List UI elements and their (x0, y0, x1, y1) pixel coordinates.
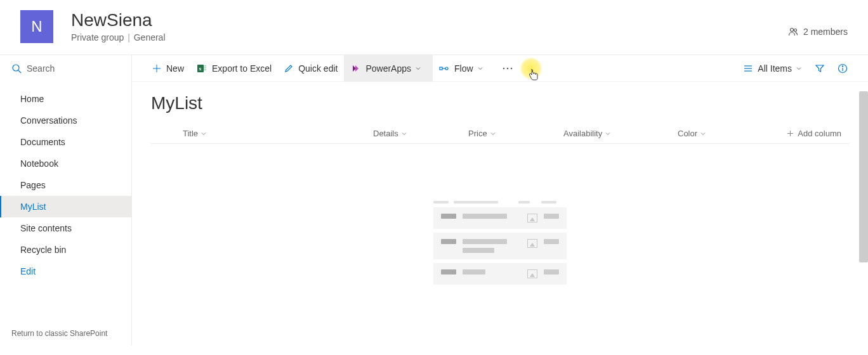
image-placeholder-icon (527, 214, 537, 223)
quick-edit-label: Quick edit (298, 63, 338, 74)
content-area: New x Export to Excel Quick edit Po (132, 55, 868, 345)
sidebar-item-site-contents[interactable]: Site contents (0, 217, 131, 239)
group-type-label: Private group (71, 32, 124, 42)
search-icon (11, 63, 22, 74)
svg-point-2 (13, 65, 19, 71)
classic-sharepoint-link[interactable]: Return to classic SharePoint (0, 321, 131, 345)
quick-edit-button[interactable]: Quick edit (278, 55, 344, 82)
flow-icon (439, 64, 449, 73)
chevron-down-icon (201, 131, 207, 137)
site-logo[interactable]: N (20, 10, 53, 43)
meta-separator: | (128, 32, 133, 42)
column-header-title[interactable]: Title (178, 129, 368, 138)
sidebar-item-documents[interactable]: Documents (0, 131, 131, 153)
column-label: Color (678, 129, 697, 138)
chevron-down-icon (415, 65, 421, 72)
chevron-down-icon (700, 131, 706, 137)
powerapps-button[interactable]: PowerApps (344, 55, 433, 82)
powerapps-icon (350, 64, 360, 73)
list-view-icon (744, 64, 753, 73)
sidebar-item-recycle-bin[interactable]: Recycle bin (0, 239, 131, 261)
empty-state (151, 201, 849, 288)
svg-rect-9 (204, 67, 206, 68)
site-header: N NewSiena Private group | General 2 mem… (0, 0, 868, 55)
sidebar-item-mylist[interactable]: MyList (0, 196, 131, 217)
ellipsis-icon (503, 67, 513, 70)
svg-point-16 (510, 67, 512, 69)
view-label: All Items (758, 63, 792, 74)
svg-point-13 (445, 67, 448, 70)
new-button[interactable]: New (146, 55, 190, 82)
site-title[interactable]: NewSiena (71, 10, 788, 30)
chevron-down-icon (605, 131, 611, 137)
more-actions-button[interactable] (495, 55, 525, 82)
info-button[interactable] (831, 55, 854, 82)
sidebar-item-edit[interactable]: Edit (0, 261, 131, 282)
category-label: General (134, 32, 166, 42)
chevron-down-icon (477, 65, 483, 72)
chevron-down-icon (796, 65, 802, 72)
add-column-button[interactable]: Add column (761, 129, 849, 138)
main-layout: Home Conversations Documents Notebook Pa… (0, 55, 868, 345)
info-icon (838, 63, 848, 74)
search-box[interactable] (0, 55, 131, 82)
svg-point-0 (790, 29, 793, 32)
column-header-color[interactable]: Color (673, 129, 761, 138)
sidebar-item-home[interactable]: Home (0, 88, 131, 110)
search-input[interactable] (27, 63, 120, 74)
sidebar-item-pages[interactable]: Pages (0, 174, 131, 196)
svg-rect-11 (440, 67, 442, 70)
column-header-details[interactable]: Details (368, 129, 463, 138)
pencil-icon (284, 64, 293, 73)
column-label: Price (468, 129, 487, 138)
filter-button[interactable] (808, 55, 831, 82)
flow-label: Flow (454, 63, 473, 74)
new-label: New (166, 63, 184, 74)
members-icon (788, 27, 798, 37)
column-label: Title (183, 129, 198, 138)
list-table: Title Details Price Availability (151, 129, 849, 144)
chevron-down-icon (401, 131, 407, 137)
image-placeholder-icon (527, 239, 537, 248)
powerapps-label: PowerApps (365, 63, 411, 74)
flow-button[interactable]: Flow (433, 55, 495, 82)
excel-icon: x (197, 63, 207, 74)
export-label: Export to Excel (212, 63, 272, 74)
plus-icon (152, 64, 161, 73)
column-header-row: Title Details Price Availability (151, 129, 849, 144)
svg-point-15 (506, 67, 508, 69)
column-label: Details (373, 129, 398, 138)
sidebar-item-notebook[interactable]: Notebook (0, 153, 131, 174)
members-button[interactable]: 2 members (788, 27, 848, 37)
chevron-down-icon (490, 131, 496, 137)
filter-icon (815, 63, 825, 74)
svg-rect-10 (204, 69, 206, 70)
site-info: NewSiena Private group | General (71, 10, 788, 42)
site-meta: Private group | General (71, 32, 788, 42)
add-column-label: Add column (798, 129, 841, 138)
list-title: MyList (151, 93, 849, 113)
svg-line-3 (18, 70, 21, 73)
list-area: MyList Title Details Price (132, 82, 868, 345)
view-selector[interactable]: All Items (737, 55, 808, 82)
nav-list: Home Conversations Documents Notebook Pa… (0, 82, 131, 321)
column-label: Availability (563, 129, 602, 138)
svg-point-14 (503, 67, 504, 69)
svg-point-22 (842, 65, 843, 66)
svg-text:x: x (199, 66, 202, 72)
column-header-price[interactable]: Price (463, 129, 558, 138)
plus-icon (787, 130, 794, 137)
column-header-availability[interactable]: Availability (558, 129, 673, 138)
members-label: 2 members (803, 27, 848, 37)
sidebar: Home Conversations Documents Notebook Pa… (0, 55, 132, 345)
svg-point-1 (794, 29, 796, 32)
image-placeholder-icon (527, 269, 537, 278)
vertical-scrollbar[interactable] (859, 91, 868, 262)
sidebar-item-conversations[interactable]: Conversations (0, 110, 131, 131)
export-excel-button[interactable]: x Export to Excel (190, 55, 278, 82)
command-bar: New x Export to Excel Quick edit Po (132, 55, 868, 82)
svg-rect-8 (204, 65, 206, 67)
